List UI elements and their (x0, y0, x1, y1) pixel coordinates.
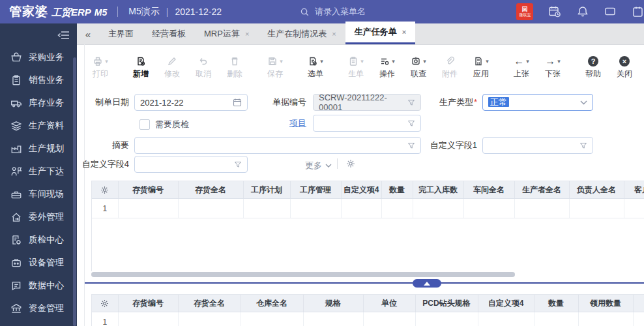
attachment-button[interactable]: 附件 (434, 56, 465, 80)
sidebar-item-production-planning[interactable]: 生产规划 (0, 137, 73, 160)
table-row[interactable]: 1 (92, 199, 644, 218)
sidebar-item-quality[interactable]: 质检中心 (0, 228, 73, 251)
column-header[interactable]: 数量 (381, 181, 413, 199)
summary-input[interactable] (134, 137, 421, 154)
cancel-button[interactable]: 取消 (188, 56, 219, 80)
linked-query-button[interactable]: ▾ 联查 (403, 56, 434, 80)
column-header[interactable]: 负责人全名 (569, 181, 624, 199)
column-header[interactable]: 仓库全名 (241, 295, 303, 312)
chevron-down-icon[interactable] (580, 100, 587, 105)
wechat-pay-badge[interactable]: 回 微联宝 (516, 3, 533, 20)
column-header[interactable]: 自定义项4 (478, 295, 534, 312)
need-qc-field[interactable]: 需要质检 (139, 119, 189, 130)
sidebar-item-production-data[interactable]: 生产资料 (0, 114, 73, 137)
more-toggle[interactable]: 更多 (305, 160, 332, 171)
close-tab-icon[interactable]: × (402, 28, 406, 36)
splitter-collapse-handle[interactable] (413, 279, 441, 288)
tab-mrp[interactable]: MRP运算× (195, 23, 258, 44)
filter-icon[interactable] (407, 119, 415, 127)
apply-button[interactable]: ▾ 应用 (465, 56, 497, 80)
column-header[interactable]: 存货全名 (178, 295, 241, 312)
menu-search-input[interactable]: 请录入菜单名 (300, 6, 366, 18)
print-button[interactable]: ▾ 打印 (85, 56, 116, 80)
tab-dashboard[interactable]: 经营看板 (143, 23, 195, 44)
project-link[interactable]: 项目 (274, 115, 306, 132)
custom-field4-input[interactable] (134, 156, 248, 173)
horizontal-scrollbar[interactable] (91, 272, 515, 277)
sidebar-item-equipment[interactable]: 设备管理 (0, 251, 73, 274)
table-row[interactable]: 1 (92, 312, 644, 326)
generate-order-button[interactable]: ▾ 生单 (340, 56, 372, 80)
new-button[interactable]: 新增 (125, 56, 156, 80)
custom-field1-input[interactable] (482, 137, 593, 154)
dropdown-caret-icon[interactable]: ▾ (557, 58, 561, 65)
sidebar-item-finance[interactable]: 资金管理 (0, 297, 73, 319)
previous-record-button[interactable]: ← ▾ 上张 (506, 56, 537, 80)
calendar-icon[interactable] (233, 98, 242, 107)
panel-splitter[interactable] (85, 282, 644, 284)
dropdown-caret-icon[interactable]: ▾ (320, 58, 323, 65)
form-settings-gear-icon[interactable] (345, 158, 356, 169)
tab-wip-report[interactable]: 生产在制情况表× (258, 23, 345, 44)
column-header[interactable]: 车间全名 (463, 181, 514, 199)
sidebar-item-sales[interactable]: 销售业务 (0, 68, 73, 91)
sidebar-item-data-center[interactable]: 数据中心 (0, 274, 73, 297)
close-tab-icon[interactable]: × (245, 30, 249, 38)
operations-button[interactable]: ▾ 操作 (372, 56, 403, 80)
sidebar-item-purchase[interactable]: 采购业务 (0, 46, 73, 68)
sidebar-item-production-dispatch[interactable]: 生产下达 (0, 160, 73, 183)
column-header[interactable]: 数量 (534, 295, 578, 312)
grid-settings-gear-icon[interactable] (92, 181, 118, 199)
column-header[interactable]: 领用数量 (578, 295, 633, 312)
filter-icon[interactable] (407, 141, 415, 149)
column-header[interactable]: 规格 (303, 295, 363, 312)
column-header[interactable]: 存货编号 (118, 295, 178, 312)
column-header[interactable]: 存货全名 (178, 181, 243, 199)
column-header[interactable]: 工序管理 (290, 181, 341, 199)
column-header[interactable]: 工序计划 (243, 181, 290, 199)
sidebar-scrollbar[interactable] (73, 57, 76, 326)
dropdown-caret-icon[interactable]: ▾ (392, 58, 395, 65)
column-header[interactable]: 自定义项4 (341, 181, 381, 199)
close-button[interactable]: × 关闭 (609, 56, 640, 80)
tab-production-task[interactable]: 生产任务单× (345, 22, 415, 44)
sidebar-item-outsourcing[interactable]: 委外管理 (0, 205, 73, 228)
sidebar-collapse-icon[interactable] (57, 30, 70, 40)
filter-icon[interactable] (579, 141, 587, 149)
column-header[interactable]: 存货编号 (118, 181, 178, 199)
dropdown-caret-icon[interactable]: ▾ (360, 58, 364, 65)
help-button[interactable]: ? 帮助 (578, 56, 609, 80)
save-button[interactable]: ▾ 保存 (259, 56, 291, 80)
column-header[interactable]: 客户全名 (624, 181, 644, 199)
column-header[interactable]: 单位 (363, 295, 415, 312)
calendar-clock-icon[interactable] (548, 5, 562, 19)
column-header[interactable]: 使用数量 (633, 295, 644, 312)
grid-settings-gear-icon[interactable] (92, 295, 118, 312)
make-date-input[interactable]: 2021-12-22 (134, 94, 248, 111)
edit-button[interactable]: 修改 (156, 56, 188, 80)
dropdown-caret-icon[interactable]: ▾ (105, 58, 108, 65)
tab-home[interactable]: 主界面 (99, 23, 143, 44)
filter-icon[interactable] (407, 98, 415, 106)
clipboard-tasks-icon[interactable] (631, 5, 644, 18)
sidebar-item-workshop[interactable]: 车间现场 (0, 183, 73, 205)
sidebar-item-inventory[interactable]: 库存业务 (0, 91, 73, 114)
dropdown-caret-icon[interactable]: ▾ (423, 58, 426, 65)
dropdown-caret-icon[interactable]: ▾ (280, 58, 283, 65)
dropdown-caret-icon[interactable]: ▾ (526, 58, 529, 65)
message-icon[interactable] (604, 5, 617, 18)
select-order-button[interactable]: ▾ 选单 (300, 56, 331, 80)
tabs-scroll-left-icon[interactable]: « (77, 23, 99, 44)
column-header[interactable]: PCD钻头规格 (415, 295, 478, 312)
delete-button[interactable]: 删除 (219, 56, 250, 80)
next-record-button[interactable]: → ▾ 下张 (537, 56, 568, 80)
need-qc-checkbox[interactable] (139, 119, 150, 130)
column-header[interactable]: 生产者全名 (514, 181, 569, 199)
close-tab-icon[interactable]: × (332, 30, 336, 38)
project-input[interactable] (313, 115, 421, 132)
column-header[interactable]: 完工入库数 (413, 181, 463, 199)
dropdown-caret-icon[interactable]: ▾ (486, 58, 489, 65)
bell-icon[interactable] (576, 5, 589, 18)
prod-type-select[interactable]: 正常 (482, 94, 593, 111)
filter-icon[interactable] (234, 160, 242, 168)
